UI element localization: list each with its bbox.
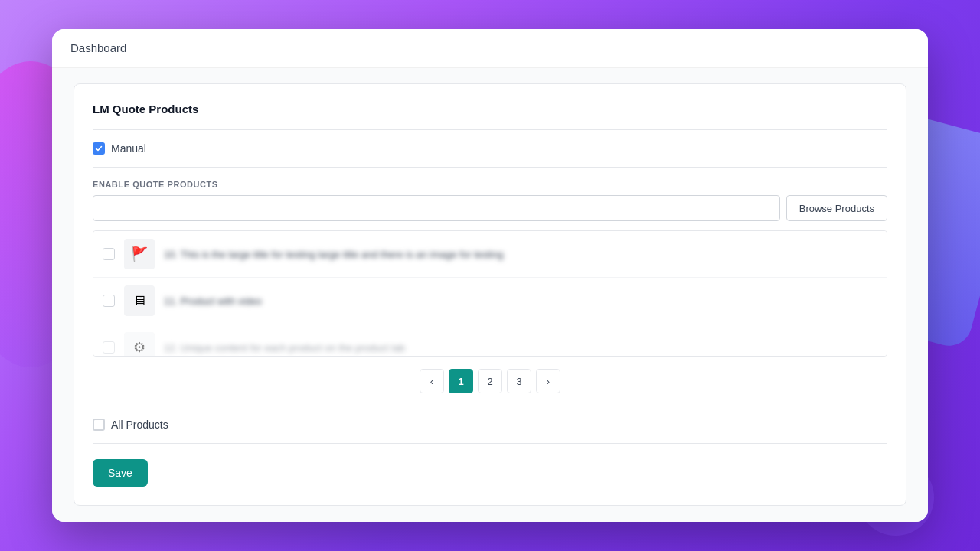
product-checkbox-12[interactable] [103,341,115,354]
manual-checkbox-row[interactable]: Manual [93,142,887,155]
product-title-10: 10. This is the large title for testing … [164,249,877,260]
monitor-icon: 🖥 [132,293,146,309]
pagination-prev[interactable]: ‹ [420,369,444,393]
pagination-page-1[interactable]: 1 [449,369,473,393]
all-products-label: All Products [111,419,168,431]
product-thumb-10: 🚩 [124,239,155,269]
window-header: Dashboard [52,29,928,68]
divider-4 [93,443,887,444]
window-title: Dashboard [70,41,126,54]
product-checkbox-11[interactable] [103,295,115,307]
enable-section-label: ENABLE QUOTE PRODUCTS [93,180,887,189]
product-title-11: 11. Product with video [164,295,877,307]
pagination-page-3[interactable]: 3 [507,369,531,393]
search-row: Browse Products [93,195,887,221]
divider-3 [93,406,887,406]
window-body: LM Quote Products Manual ENABLE QUOTE PR… [52,68,928,522]
browse-products-button[interactable]: Browse Products [786,195,887,221]
save-section: Save [93,459,887,487]
gear-icon: ⚙ [133,339,145,356]
save-button[interactable]: Save [93,459,148,487]
list-item: ⚙ 12. Unique content for each product on… [93,324,887,357]
product-thumb-11: 🖥 [124,285,155,316]
all-products-row[interactable]: All Products [93,419,887,431]
divider-2 [93,167,887,168]
main-window: Dashboard LM Quote Products Manual ENABL… [52,29,928,522]
pagination: ‹ 1 2 3 › [93,369,887,393]
product-title-12: 12. Unique content for each product on t… [164,342,877,354]
manual-checkbox-label: Manual [111,142,146,155]
pagination-page-2[interactable]: 2 [478,369,502,393]
card-title: LM Quote Products [93,103,887,116]
list-item: 🖥 11. Product with video [93,278,887,324]
main-card: LM Quote Products Manual ENABLE QUOTE PR… [74,83,906,506]
flag-icon: 🚩 [131,246,148,262]
search-input[interactable] [93,195,780,221]
product-thumb-12: ⚙ [124,332,155,357]
list-item: 🚩 10. This is the large title for testin… [93,231,887,278]
all-products-checkbox[interactable] [93,419,105,431]
manual-checkbox[interactable] [93,142,105,155]
product-checkbox-10[interactable] [103,248,115,260]
divider-1 [93,129,887,130]
pagination-next[interactable]: › [536,369,560,393]
products-list[interactable]: 🚩 10. This is the large title for testin… [93,230,887,357]
